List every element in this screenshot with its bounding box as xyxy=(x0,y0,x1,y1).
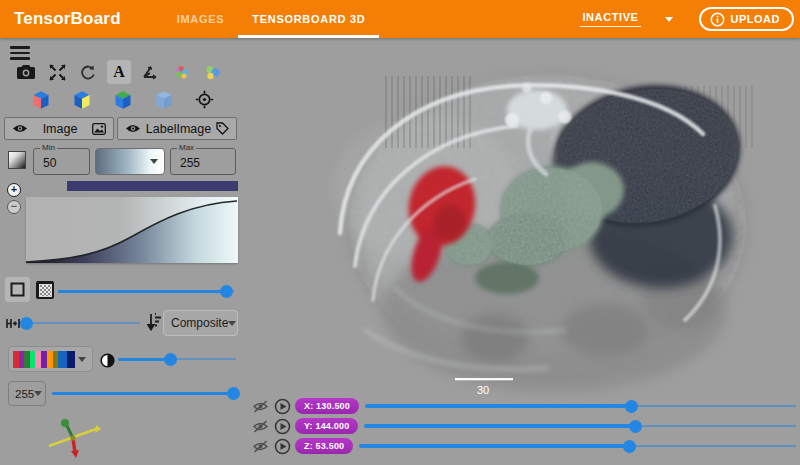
chevron-down-icon xyxy=(34,391,42,396)
slice-x-badge[interactable]: X: 130.500 xyxy=(295,398,359,414)
slice-row-x: X: 130.500 xyxy=(252,396,796,416)
chevron-down-icon xyxy=(228,321,236,326)
transform-axes-button[interactable] xyxy=(138,60,162,84)
square-outline-button[interactable] xyxy=(5,277,30,302)
sort-steps-icon[interactable] xyxy=(146,311,162,331)
chevron-down-icon xyxy=(665,17,673,22)
opacity-slider[interactable] xyxy=(58,284,234,298)
image-icon xyxy=(92,123,106,135)
max-field-value: 255 xyxy=(171,149,235,170)
spacing-slider[interactable] xyxy=(24,316,140,330)
min-field-label: Min xyxy=(40,143,57,152)
crosshair-target-icon[interactable] xyxy=(191,86,218,113)
menu-hamburger-icon[interactable] xyxy=(10,46,30,61)
cube-red-face-icon[interactable] xyxy=(27,86,54,113)
annotation-letter-button[interactable]: A xyxy=(107,60,131,84)
colormap-gradient-dropdown[interactable] xyxy=(95,148,165,175)
cube-yellow-face-icon[interactable] xyxy=(68,86,95,113)
camera-screenshot-button[interactable] xyxy=(14,60,38,84)
slice-slider-panel: X: 130.500 Y: 144.000 xyxy=(252,396,796,456)
min-field[interactable]: Min 50 xyxy=(33,148,90,175)
layer-image-label: Image xyxy=(28,122,92,136)
slice-y-slider[interactable] xyxy=(364,419,796,433)
tab-tensorboard-3d[interactable]: TENSORBOARD 3D xyxy=(238,0,379,38)
play-circle-icon[interactable] xyxy=(274,438,291,455)
cube-green-face-icon[interactable] xyxy=(109,86,136,113)
upload-label: UPLOAD xyxy=(731,13,780,25)
transfer-function-plot[interactable] xyxy=(26,197,238,263)
eye-icon xyxy=(12,123,28,134)
slice-z-badge[interactable]: Z: 53.500 xyxy=(295,438,353,454)
blend-mode-value: Composite xyxy=(171,316,228,330)
eye-icon xyxy=(125,123,141,134)
point-cluster-icon[interactable] xyxy=(169,60,193,84)
app-header: TensorBoard IMAGES TENSORBOARD 3D INACTI… xyxy=(0,0,800,38)
scale-bar-label: 30 xyxy=(477,384,489,396)
contrast-icon xyxy=(99,352,115,368)
toolbar-row-main: A xyxy=(14,60,224,84)
info-circle-icon xyxy=(710,12,725,27)
chevron-down-icon xyxy=(150,159,158,164)
rotate-reset-button[interactable] xyxy=(76,60,100,84)
slice-row-z: Z: 53.500 xyxy=(252,436,796,456)
max-field-label: Max xyxy=(177,143,196,152)
slice-y-badge[interactable]: Y: 144.000 xyxy=(295,418,358,434)
data-range-dropdown[interactable]: 255 xyxy=(8,381,46,406)
slice-z-slider[interactable] xyxy=(359,439,796,453)
zoom-in-button[interactable]: + xyxy=(7,183,21,197)
data-range-value: 255 xyxy=(15,388,34,400)
layer-toggle-labelimage[interactable]: LabelImage xyxy=(117,117,237,140)
run-status-dropdown[interactable]: INACTIVE xyxy=(580,11,672,27)
slice-x-slider[interactable] xyxy=(365,399,796,413)
eye-off-icon[interactable] xyxy=(252,420,269,433)
opacity-curve xyxy=(26,197,238,263)
tab-bar: IMAGES TENSORBOARD 3D xyxy=(163,0,380,38)
eye-off-icon[interactable] xyxy=(252,400,269,413)
zoom-out-button[interactable]: − xyxy=(7,200,21,214)
label-colormap-preview xyxy=(13,351,75,368)
window-range-bar[interactable] xyxy=(67,181,238,191)
tab-images[interactable]: IMAGES xyxy=(163,0,239,38)
expand-arrows-button[interactable] xyxy=(45,60,69,84)
max-field[interactable]: Max 255 xyxy=(170,148,236,175)
layer-toggle-image[interactable]: Image xyxy=(4,117,114,140)
label-opacity-slider[interactable] xyxy=(118,352,236,366)
play-circle-icon[interactable] xyxy=(274,418,291,435)
eye-off-icon[interactable] xyxy=(252,440,269,453)
chevron-down-icon xyxy=(78,357,86,362)
blend-mode-dropdown[interactable]: Composite xyxy=(163,310,238,336)
tag-icon xyxy=(216,122,229,135)
slice-row-y: Y: 144.000 xyxy=(252,416,796,436)
layer-labelimage-label: LabelImage xyxy=(141,122,216,136)
cube-volume-icon[interactable] xyxy=(150,86,177,113)
run-status-value: INACTIVE xyxy=(580,11,640,27)
label-colormap-dropdown[interactable] xyxy=(8,346,93,372)
data-range-slider[interactable] xyxy=(52,386,236,400)
dither-pattern-button[interactable] xyxy=(36,281,54,299)
tensorboard-3d-app: TensorBoard IMAGES TENSORBOARD 3D INACTI… xyxy=(0,0,800,465)
upload-button[interactable]: UPLOAD xyxy=(699,7,794,31)
shading-gradient-button[interactable] xyxy=(8,151,26,169)
orientation-axes-gizmo[interactable] xyxy=(46,416,102,460)
min-field-value: 50 xyxy=(34,149,89,170)
app-title: TensorBoard xyxy=(14,9,121,29)
spheres-icon[interactable] xyxy=(200,60,224,84)
play-circle-icon[interactable] xyxy=(274,398,291,415)
annotation-letter-icon: A xyxy=(113,63,125,81)
toolbar-row-views xyxy=(27,86,218,113)
